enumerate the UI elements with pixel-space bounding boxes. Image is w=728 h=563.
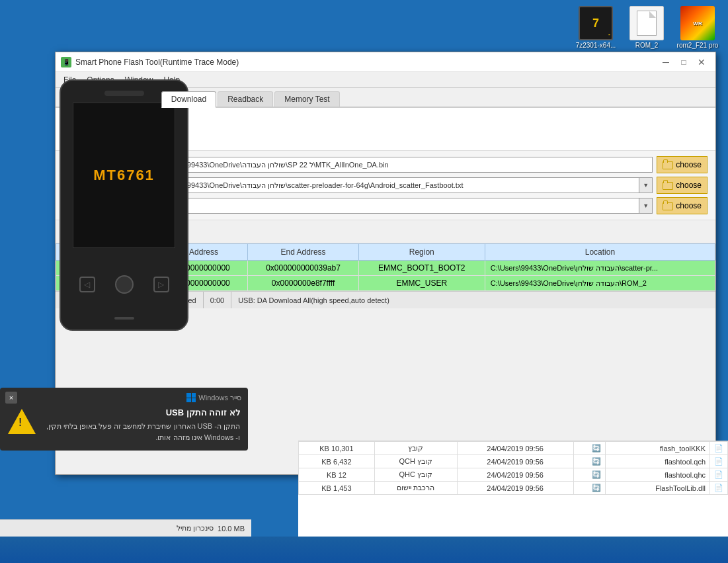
list-item[interactable]: 12 KB קובץ QHC 24/04/2019 09:56 🔄 flasht… <box>299 468 728 482</box>
sync-size: 10.0 MB <box>218 525 245 533</box>
notification-body: התקן ה- USB האחרון שחיברת למחשב זה פעל ב… <box>42 421 240 443</box>
notification-popup: × סייר Windows ! לא זוהה התקן USB התקן ה… <box>0 388 248 451</box>
desktop-icon-label: 7z2301-x64... <box>576 42 616 49</box>
phone-graphic: MT6761 ◁ ▷ <box>60 79 188 331</box>
file-manager-area: 10,301 KB קובץ 24/04/2019 09:56 🔄 flash_… <box>298 441 728 537</box>
window-title: Smart Phone Flash Tool(Runtime Trace Mod… <box>75 58 239 67</box>
notification-source: סייר Windows <box>186 393 241 402</box>
status-message: USB: DA Download All(high speed,auto det… <box>231 292 715 308</box>
tab-download[interactable]: Download <box>161 91 216 108</box>
sync-label: סינכרון מתיל <box>177 524 214 533</box>
col-region: Region <box>358 244 485 261</box>
tab-readback[interactable]: Readback <box>218 91 273 107</box>
list-item[interactable]: 10,301 KB קובץ 24/04/2019 09:56 🔄 flash_… <box>299 442 728 455</box>
rom2f21-icon: WR <box>680 6 715 40</box>
windows-logo-icon <box>186 393 196 402</box>
notification-content: לא זוהה התקן USB התקן ה- USB האחרון שחיב… <box>42 408 240 443</box>
auth-input[interactable] <box>153 198 639 213</box>
download-agent-input[interactable] <box>152 157 653 173</box>
row-location: C:\Users\99433\OneDrive\העבודה שולחן\ROM… <box>485 276 715 291</box>
warning-icon: ! <box>8 408 36 435</box>
list-item[interactable]: 1,453 KB הרכבת יישום 24/04/2019 09:56 🔄 … <box>299 482 728 495</box>
desktop-icon-label: ROM_2 <box>635 42 658 49</box>
7zip-icon: 7 - <box>579 6 613 40</box>
scatter-choose-button[interactable]: choose <box>657 177 708 194</box>
row-region: EMMC_BOOT1_BOOT2 <box>358 261 485 276</box>
folder-icon-2 <box>663 182 673 190</box>
row-region: EMMC_USER <box>358 276 485 291</box>
notification-close-button[interactable]: × <box>5 392 17 404</box>
desktop-icon-rom2f21[interactable]: WR rom2_F21 pro <box>674 3 721 52</box>
auth-dropdown-arrow[interactable]: ▼ <box>639 198 652 213</box>
download-agent-choose-button[interactable]: choose <box>657 156 708 173</box>
desktop-icon-label: rom2_F21 pro <box>677 42 719 49</box>
col-location: Location <box>485 244 715 261</box>
rom2-icon <box>629 6 664 40</box>
scatter-input[interactable] <box>153 178 639 193</box>
auth-choose-button[interactable]: choose <box>657 197 708 214</box>
folder-icon <box>663 161 673 169</box>
close-button[interactable]: ✕ <box>693 56 710 69</box>
status-time: 0:00 <box>204 292 231 308</box>
list-item[interactable]: 6,432 KB קובץ QCH 24/04/2019 09:56 🔄 fla… <box>299 455 728 468</box>
app-icon: 📱 <box>61 57 71 67</box>
minimize-button[interactable]: ─ <box>657 56 674 69</box>
title-bar: 📱 Smart Phone Flash Tool(Runtime Trace M… <box>56 52 715 72</box>
col-end: End Address <box>248 244 358 261</box>
tab-memory-test[interactable]: Memory Test <box>274 91 339 107</box>
row-end: 0x0000000e8f7ffff <box>248 276 358 291</box>
desktop-icon-rom2[interactable]: ROM_2 <box>623 3 670 52</box>
scatter-dropdown-arrow[interactable]: ▼ <box>639 178 652 193</box>
sync-bar: סינכרון מתיל 10.0 MB <box>0 519 251 537</box>
desktop-icon-7zip[interactable]: 7 - 7z2301-x64... <box>572 3 620 52</box>
folder-icon-3 <box>663 202 673 210</box>
maximize-button[interactable]: □ <box>675 56 692 69</box>
row-location: C:\Users\99433\OneDrive\העבודה שולחן\sca… <box>485 261 715 276</box>
notification-title: לא זוהה התקן USB <box>42 408 240 417</box>
taskbar <box>0 537 728 563</box>
notification-source-label: סייר Windows <box>198 394 241 402</box>
row-end: 0x000000000039ab7 <box>248 261 358 276</box>
